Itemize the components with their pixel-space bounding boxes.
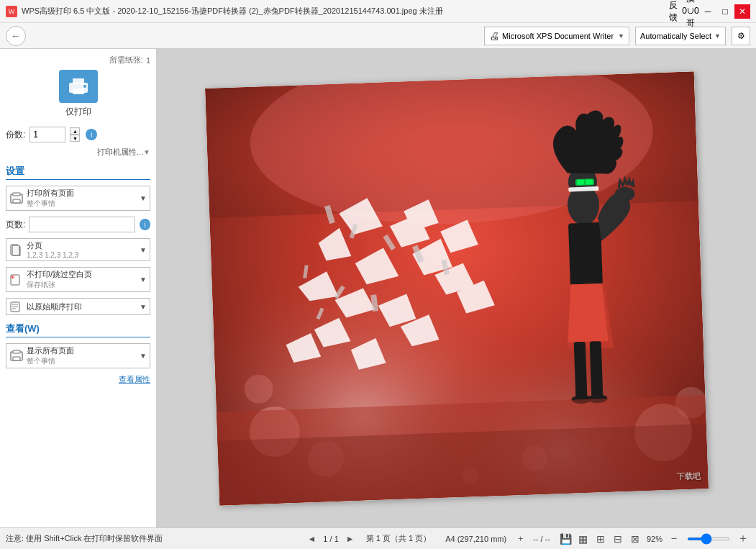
skip-blank-dropdown-arrow: ▼ xyxy=(140,276,147,283)
print-icon xyxy=(68,77,89,96)
minimize-button[interactable]: ─ xyxy=(700,4,716,19)
print-all-pages-text: 打印所有页面 整个事情 xyxy=(27,188,137,209)
printer-props-row: 打印机属性... ▼ xyxy=(6,147,150,158)
show-all-pages-text: 显示所有页面 整个事情 xyxy=(27,345,137,366)
svg-rect-9 xyxy=(12,245,19,255)
copies-spinner: ▲ ▼ xyxy=(70,127,80,142)
page-label: 第 1 页（共 1 页） xyxy=(366,533,431,544)
window-title: WPS高级打印 6.5 中文版 - 2020-12-10_152156-迅捷PD… xyxy=(22,6,443,17)
printer-icon: 🖨 xyxy=(489,30,499,42)
nav-next-button[interactable]: ► xyxy=(345,534,356,544)
print-order-selector[interactable]: 以原始顺序打印 ▼ xyxy=(6,298,150,315)
view-props-row: 查看属性 xyxy=(6,374,150,385)
auto-select-label: Automatically Select xyxy=(640,32,711,40)
user-menu-button[interactable]: 澳0∪0哥 xyxy=(683,4,698,19)
preview-artwork xyxy=(205,71,709,505)
paper-needed-label: 所需纸张: xyxy=(109,55,143,65)
pages-info-icon[interactable]: i xyxy=(140,219,150,230)
status-hint: 注意: 使用 Shift+Click 在打印时保留软件界面 xyxy=(6,533,300,544)
copies-row: 份数: ▲ ▼ i xyxy=(6,127,150,142)
zoom-slider[interactable] xyxy=(687,537,730,540)
print-all-pages-dropdown-arrow: ▼ xyxy=(140,194,147,202)
app-icon: W xyxy=(6,6,17,17)
copies-input[interactable] xyxy=(29,127,65,142)
printer-name: Microsoft XPS Document Writer xyxy=(502,32,614,40)
grid3-button[interactable]: ⊟ xyxy=(611,532,625,546)
grid1-button[interactable]: ▦ xyxy=(576,532,591,546)
print-button-area: 仅打印 xyxy=(6,70,150,118)
copies-info-icon[interactable]: i xyxy=(86,129,97,140)
collation-text: 分页 1,2,3 1,2,3 1,2,3 xyxy=(27,240,137,259)
close-button[interactable]: ✕ xyxy=(734,4,750,19)
skip-blank-selector[interactable]: ✕ 不打印/跳过空白页 保存纸张 ▼ xyxy=(6,267,150,292)
copies-down-button[interactable]: ▼ xyxy=(70,135,80,142)
svg-rect-6 xyxy=(13,199,20,203)
skip-blank-text: 不打印/跳过空白页 保存纸张 xyxy=(27,269,137,290)
ellipsis: ▼ xyxy=(143,148,150,156)
back-icon: ← xyxy=(11,30,21,42)
status-bar: 注意: 使用 Shift+Click 在打印时保留软件界面 ◄ 1 / 1 ► … xyxy=(0,527,756,549)
settings-button[interactable]: ⚙ xyxy=(732,27,750,45)
collation-selector[interactable]: 分页 1,2,3 1,2,3 1,2,3 ▼ xyxy=(6,238,150,261)
svg-rect-2 xyxy=(73,89,84,94)
auto-select-dropdown-arrow: ▼ xyxy=(714,32,721,40)
show-all-pages-dropdown: 显示所有页面 整个事情 ▼ xyxy=(6,343,150,368)
title-bar: W WPS高级打印 6.5 中文版 - 2020-12-10_152156-迅捷… xyxy=(0,0,756,23)
paper-count-row: 所需纸张: 1 xyxy=(6,55,150,65)
show-all-pages-dropdown-arrow: ▼ xyxy=(140,352,147,360)
svg-rect-53 xyxy=(576,179,583,184)
print-order-dropdown-arrow: ▼ xyxy=(140,303,147,311)
window-controls: 反馈 澳0∪0哥 ─ □ ✕ xyxy=(665,4,750,19)
collation-dropdown: 分页 1,2,3 1,2,3 1,2,3 ▼ xyxy=(6,238,150,261)
auto-select-button[interactable]: Automatically Select ▼ xyxy=(635,27,726,45)
collation-dropdown-arrow: ▼ xyxy=(140,246,147,254)
add-page-button[interactable]: + xyxy=(516,534,524,544)
paper-needed-value: 1 xyxy=(146,56,150,65)
show-all-pages-selector[interactable]: 显示所有页面 整个事情 ▼ xyxy=(6,343,150,368)
pages-input[interactable] xyxy=(29,217,135,232)
print-all-pages-icon xyxy=(9,192,24,205)
grid4-button[interactable]: ⊠ xyxy=(628,532,642,546)
toolbar: ← 🖨 Microsoft XPS Document Writer ▼ Auto… xyxy=(0,23,756,49)
settings-icon: ⚙ xyxy=(737,31,745,41)
nav-prev-button[interactable]: ◄ xyxy=(306,534,317,544)
print-all-pages-dropdown: 打印所有页面 整个事情 ▼ xyxy=(6,186,150,211)
main-layout: 所需纸张: 1 仅打印 份数: ▲ ▼ i xyxy=(0,49,756,527)
back-button[interactable]: ← xyxy=(6,26,26,46)
skip-blank-icon: ✕ xyxy=(9,273,24,286)
status-right: 💾 ▦ ⊞ ⊟ ⊠ 92% － ＋ xyxy=(559,531,750,546)
save-icon-button[interactable]: 💾 xyxy=(559,532,573,546)
print-all-pages-selector[interactable]: 打印所有页面 整个事情 ▼ xyxy=(6,186,150,211)
zoom-in-button[interactable]: ＋ xyxy=(736,531,750,546)
settings-section-header[interactable]: 设置 xyxy=(6,165,150,180)
copies-up-button[interactable]: ▲ xyxy=(70,127,80,135)
feedback-button[interactable]: 反馈 xyxy=(665,4,681,19)
pages-row: 页数: i xyxy=(6,217,150,232)
print-button-label: 仅打印 xyxy=(65,106,91,118)
printer-props-link[interactable]: 打印机属性... xyxy=(97,147,143,158)
preview-image: 下载吧 xyxy=(205,71,709,505)
svg-rect-18 xyxy=(13,350,20,353)
svg-rect-5 xyxy=(13,193,20,196)
skip-blank-dropdown: ✕ 不打印/跳过空白页 保存纸张 ▼ xyxy=(6,267,150,292)
view-section-header[interactable]: 查看(W) xyxy=(6,322,150,337)
page-fraction: 1 / 1 xyxy=(323,535,338,543)
zoom-out-button[interactable]: － xyxy=(667,531,681,546)
view-props-link[interactable]: 查看属性 xyxy=(119,374,150,385)
print-order-text: 以原始顺序打印 xyxy=(27,301,137,312)
print-button[interactable] xyxy=(59,70,98,103)
pages-label: 页数: xyxy=(6,219,26,231)
svg-rect-1 xyxy=(73,78,84,84)
svg-point-3 xyxy=(83,85,86,88)
page-dash: -- / -- xyxy=(533,535,550,543)
printer-selector[interactable]: 🖨 Microsoft XPS Document Writer ▼ xyxy=(484,27,629,45)
preview-area: 下载吧 xyxy=(157,49,756,527)
svg-rect-54 xyxy=(585,179,592,184)
collation-icon xyxy=(9,243,24,256)
print-order-dropdown: 以原始顺序打印 ▼ xyxy=(6,298,150,315)
maximize-button[interactable]: □ xyxy=(717,4,733,19)
grid2-button[interactable]: ⊞ xyxy=(593,532,608,546)
preview-page: 下载吧 xyxy=(205,71,709,505)
left-panel: 所需纸张: 1 仅打印 份数: ▲ ▼ i xyxy=(0,49,157,527)
printer-dropdown-arrow: ▼ xyxy=(618,32,624,40)
